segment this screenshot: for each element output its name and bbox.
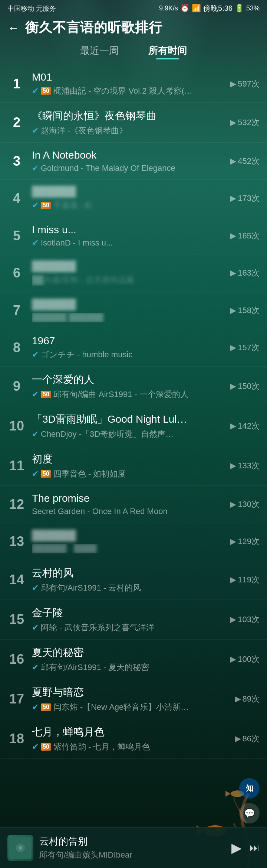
song-title: 七月，蝉鸣月色 <box>32 725 105 739</box>
song-info: 一个深爱的人✔50邱有句/编曲 AirS1991 - 一个深爱的人 <box>32 373 230 400</box>
song-info: 夏天的秘密✔邱有句/AirS1991 - 夏天的秘密 <box>32 646 230 673</box>
play-count-icon: ▶ <box>230 421 236 431</box>
artist-album-text: 梶浦由記 - 空の境界 Vol.2 殺人考察(前) <box>53 85 194 97</box>
play-count-icon: ▶ <box>230 537 236 546</box>
signal-icon: 📶 <box>192 4 201 13</box>
song-rank: 14 <box>7 572 26 588</box>
song-info: 七月，蝉鸣月色✔50紫竹笛韵 - 七月，蝉鸣月色 <box>32 725 235 752</box>
list-item[interactable]: 4██████✔50手嘉葵 - 虹▶173次 <box>0 180 267 217</box>
song-rank: 3 <box>7 153 26 169</box>
play-count-icon: ▶ <box>230 194 236 203</box>
list-item[interactable]: 12The promiseSecret Garden - Once In A R… <box>0 486 267 523</box>
list-item[interactable]: 1M01✔50梶浦由記 - 空の境界 Vol.2 殺人考察(前)▶597次 <box>0 65 267 103</box>
play-count: ▶142次 <box>230 420 260 432</box>
play-count-text: 163次 <box>238 267 260 279</box>
song-rank: 11 <box>7 458 26 474</box>
song-rank: 5 <box>7 228 26 244</box>
artist-album-text: 紫竹笛韵 - 七月，蝉鸣月色 <box>53 741 151 752</box>
song-rank: 10 <box>7 418 26 434</box>
play-count: ▶157次 <box>230 342 260 353</box>
vip-badge: 50 <box>41 202 51 209</box>
song-title: 一个深爱的人 <box>32 373 94 387</box>
song-subtitle: ██大成/言和 - 后天依作品集 <box>32 274 230 286</box>
play-count-icon: ▶ <box>230 79 236 89</box>
song-subtitle: ✔阿轮 - 武侠音乐系列之喜气洋洋 <box>32 622 230 633</box>
list-item[interactable]: 3In A Notebook✔Goldmund - The Malady Of … <box>0 143 267 180</box>
song-title: 《瞬间的永恒》夜色钢琴曲 <box>32 109 156 123</box>
battery-icon: 🔋 <box>235 4 244 13</box>
comment-icon[interactable]: 💬 <box>239 803 260 823</box>
song-rank: 13 <box>7 534 26 549</box>
tab-all[interactable]: 所有时间 <box>148 44 187 59</box>
album-art <box>7 835 33 861</box>
song-subtitle: ██████ - ████ <box>32 544 230 553</box>
zhihu-icon[interactable]: 知 <box>239 778 260 799</box>
vip-badge: 50 <box>41 743 51 751</box>
song-info: 夏野与暗恋✔50闫东炜 -【New Age轻音乐】小清新与小情… <box>32 685 235 713</box>
song-info: 《瞬间的永恒》夜色钢琴曲✔赵海洋 -《夜色钢琴曲》 <box>32 109 230 136</box>
list-item[interactable]: 16夏天的秘密✔邱有句/AirS1991 - 夏天的秘密▶100次 <box>0 640 267 679</box>
network-speed: 9.9K/s <box>159 4 178 12</box>
play-count-text: 597次 <box>238 78 260 90</box>
song-title-row: 一个深爱的人 <box>32 373 230 387</box>
song-title-row: 云村的风 <box>32 566 230 580</box>
list-item[interactable]: 9一个深爱的人✔50邱有句/编曲 AirS1991 - 一个深爱的人▶150次 <box>0 367 267 406</box>
play-count-text: 129次 <box>238 536 260 547</box>
artist-album-text: 闫东炜 -【New Age轻音乐】小清新与小情… <box>53 702 194 713</box>
song-subtitle: ✔IsotlanD - I miss u... <box>32 238 230 248</box>
list-item[interactable]: 7████████████ ██████▶158次 <box>0 292 267 329</box>
bottom-controls[interactable]: ▶ ⏭ <box>231 840 260 856</box>
song-title-row: In A Notebook <box>32 149 230 161</box>
header: ← 衡久不言语的听歌排行 <box>0 15 267 41</box>
back-button[interactable]: ← <box>7 22 19 34</box>
artist-album-text: 邱有句/AirS1991 - 夏天的秘密 <box>41 662 149 673</box>
song-rank: 18 <box>7 731 26 747</box>
song-subtitle: ✔50手嘉葵 - 虹 <box>32 200 230 211</box>
verified-icon: ✔ <box>32 702 39 712</box>
play-count-icon: ▶ <box>230 306 236 315</box>
artist-album-text: 赵海洋 -《夜色钢琴曲》 <box>41 125 127 136</box>
bottom-song-title: 云村的告别 <box>39 835 225 848</box>
artist-album-text: ChenDjoy -「3D奇妙听觉」自然声与轻音乐… <box>41 429 182 440</box>
song-title: 金子陵 <box>32 606 63 620</box>
play-count: ▶158次 <box>230 305 260 316</box>
artist-album-text: 手嘉葵 - 虹 <box>53 200 93 211</box>
play-count-text: 532次 <box>238 117 260 128</box>
list-item[interactable]: 13████████████ - ████▶129次 <box>0 523 267 560</box>
song-rank: 6 <box>7 265 26 281</box>
verified-icon: ✔ <box>32 126 39 136</box>
tab-recent[interactable]: 最近一周 <box>80 44 119 59</box>
artist-album-text: 邱有句/编曲 AirS1991 - 一个深爱的人 <box>53 389 188 400</box>
song-info: 「3D雷雨助眠」Good Night Lullaby✔ChenDjoy -「3D… <box>32 412 230 440</box>
verified-icon: ✔ <box>32 469 39 479</box>
next-button[interactable]: ⏭ <box>249 842 260 854</box>
list-item[interactable]: 11初度✔50四季音色 - 如初如度▶133次 <box>0 446 267 486</box>
verified-icon: ✔ <box>32 583 39 593</box>
list-item[interactable]: 2《瞬间的永恒》夜色钢琴曲✔赵海洋 -《夜色钢琴曲》▶532次 <box>0 103 267 143</box>
play-count: ▶130次 <box>230 499 260 510</box>
verified-icon: ✔ <box>32 86 39 96</box>
song-rank: 1 <box>7 76 26 92</box>
list-item[interactable]: 14云村的风✔邱有句/AirS1991 - 云村的风▶119次 <box>0 560 267 600</box>
song-subtitle: ✔邱有句/AirS1991 - 云村的风 <box>32 582 230 594</box>
list-item[interactable]: 10「3D雷雨助眠」Good Night Lullaby✔ChenDjoy -「… <box>0 406 267 446</box>
list-item[interactable]: 81967✔ゴンチチ - humble music▶157次 <box>0 329 267 367</box>
song-title-row: I miss u... <box>32 224 230 236</box>
play-count-text: 158次 <box>238 305 260 316</box>
song-title-row: 1967 <box>32 335 230 347</box>
list-item[interactable]: 17夏野与暗恋✔50闫东炜 -【New Age轻音乐】小清新与小情…▶89次 <box>0 679 267 719</box>
play-button[interactable]: ▶ <box>231 840 242 856</box>
play-count: ▶100次 <box>230 654 260 665</box>
song-title: M01 <box>32 71 52 83</box>
artist-album-text: Goldmund - The Malady Of Elegance <box>41 163 175 173</box>
list-item[interactable]: 6████████大成/言和 - 后天依作品集▶163次 <box>0 254 267 292</box>
song-title: 夏天的秘密 <box>32 646 84 660</box>
play-count-icon: ▶ <box>235 694 241 704</box>
song-title: 1967 <box>32 335 55 347</box>
verified-icon: ✔ <box>32 623 39 633</box>
list-item[interactable]: 15金子陵✔阿轮 - 武侠音乐系列之喜气洋洋▶103次 <box>0 600 267 640</box>
play-count-text: 133次 <box>238 460 260 471</box>
list-item[interactable]: 5I miss u...✔IsotlanD - I miss u...▶165次 <box>0 217 267 254</box>
song-title: I miss u... <box>32 224 76 236</box>
list-item[interactable]: 18七月，蝉鸣月色✔50紫竹笛韵 - 七月，蝉鸣月色▶86次 <box>0 719 267 759</box>
